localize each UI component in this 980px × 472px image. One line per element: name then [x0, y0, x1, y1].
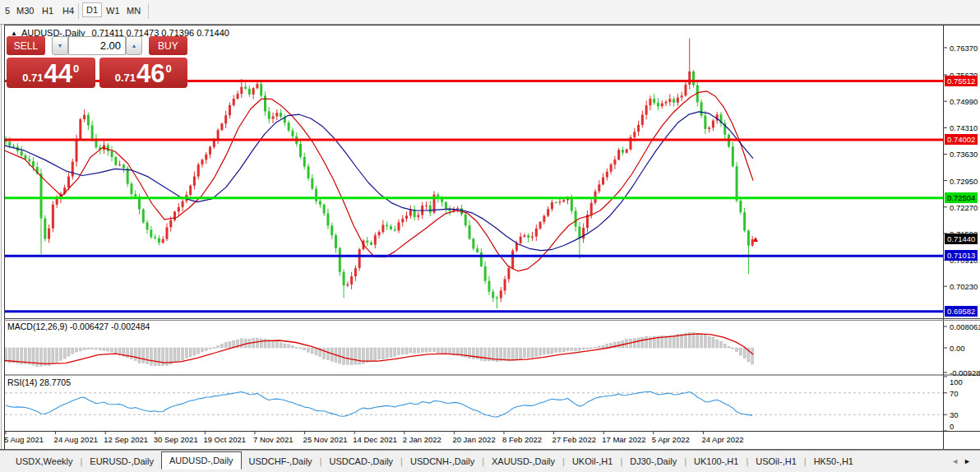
date-label: 27 Feb 2022: [552, 435, 596, 444]
toolbar-separator: [148, 3, 149, 19]
date-label: 8 Feb 2022: [502, 435, 542, 444]
hline-price-badge: 0.72504: [945, 192, 978, 203]
bid-price-prefix: 0.71: [22, 72, 43, 84]
rsi-tick-label: 0: [950, 422, 954, 431]
bid-price-digits: 44: [44, 62, 72, 86]
date-label: 30 Sep 2021: [154, 435, 198, 444]
price-tick-label: 0.72270: [950, 203, 978, 212]
timeframe-button-h4[interactable]: H4: [59, 4, 77, 17]
price-tick-label: 0.74990: [950, 97, 978, 106]
bid-price-pip: 0: [73, 62, 79, 75]
tab-usdcnh-daily[interactable]: USDCNH-,Daily: [403, 454, 482, 469]
tab-scroll-arrows: ◄►: [951, 457, 976, 465]
timeframe-button-w1[interactable]: W1: [103, 4, 123, 17]
date-label: 5 Aug 2021: [4, 435, 44, 444]
ask-price-prefix: 0.71: [115, 72, 136, 84]
tab-usdcad-daily[interactable]: USDCAD-,Daily: [321, 454, 400, 469]
buy-price-box[interactable]: 0.71 46 0: [99, 58, 188, 88]
last-price-badge: 0.71440: [945, 234, 978, 244]
rsi-tick-label: 100: [950, 377, 963, 386]
tab-hk50-h1[interactable]: HK50-,H1: [807, 454, 861, 469]
tab-eurusd-daily[interactable]: EURUSD-,Daily: [82, 454, 161, 469]
date-label: 7 Nov 2021: [253, 435, 294, 444]
price-tick-label: 0.74310: [950, 123, 978, 132]
macd-indicator-label: MACD(12,26,9) -0.006427 -0.002484: [7, 322, 150, 331]
chart-canvas[interactable]: [0, 25, 980, 450]
tab-usdchf-daily[interactable]: USDCHF-,Daily: [242, 454, 320, 469]
hline-price-badge: 0.74002: [945, 134, 978, 145]
tab-dj30-daily[interactable]: DJ30-,Daily: [622, 454, 684, 469]
volume-input[interactable]: [68, 36, 126, 55]
tab-xauusd-daily[interactable]: XAUUSD-,Daily: [484, 454, 562, 469]
rsi-tick-label: 30: [950, 410, 959, 419]
timeframe-button-d1[interactable]: D1: [82, 2, 102, 17]
price-tick-label: 0.70230: [950, 282, 978, 291]
tab-usdx-weekly[interactable]: USDX,Weekly: [8, 454, 80, 469]
spinner-up-icon: ▲: [132, 43, 137, 49]
one-click-trade-panel: SELL ▼ ▲ BUY 0.71 44 0 0.71 46 0: [7, 36, 187, 88]
hline-price-badge: 0.71013: [945, 250, 978, 261]
date-label: 14 Dec 2021: [353, 435, 397, 444]
date-label: 12 Sep 2021: [104, 435, 148, 444]
timeframe-button-h1[interactable]: H1: [39, 4, 57, 17]
chart-window[interactable]: ▲AUDUSD-,Daily0.71411 0.71473 0.71396 0.…: [0, 25, 980, 450]
date-label: 25 Nov 2021: [303, 435, 348, 444]
date-label: 17 Mar 2022: [602, 435, 645, 444]
ask-price-pip: 0: [166, 62, 172, 75]
date-label: 19 Oct 2021: [203, 435, 246, 444]
tab-uk100-h1[interactable]: UK100-,H1: [686, 454, 746, 469]
price-tick-label: 0.73630: [950, 150, 978, 159]
trading-platform-window: 5M30H1H4D1W1MN ▲AUDUSD-,Daily0.71411 0.7…: [0, 0, 980, 472]
sell-button[interactable]: SELL: [7, 36, 45, 55]
ask-price-digits: 46: [136, 62, 164, 86]
date-label: 20 Jan 2022: [452, 435, 495, 444]
tab-scroll-left-icon[interactable]: ◄: [951, 457, 964, 465]
symbol-tab-bar: USDX,Weekly|EURUSD-,DailyAUDUSD-,DailyUS…: [0, 450, 980, 472]
date-label: 24 Aug 2021: [54, 435, 98, 444]
volume-decrease-button[interactable]: ▼: [52, 36, 68, 55]
hline-price-badge: 0.69582: [945, 306, 978, 317]
macd-tick-label: 0.008061: [950, 322, 980, 331]
tab-audusd-daily[interactable]: AUDUSD-,Daily: [161, 451, 242, 470]
date-label: 2 Jan 2022: [403, 435, 441, 444]
timeframe-button-mn[interactable]: MN: [123, 4, 144, 17]
macd-tick-label: 0.00: [950, 344, 965, 353]
tab-usoil-h1[interactable]: USOil-,H1: [748, 454, 804, 469]
sell-price-box[interactable]: 0.71 44 0: [7, 58, 95, 88]
price-tick-label: 0.76370: [950, 44, 978, 53]
timeframe-button-m30[interactable]: M30: [13, 4, 37, 17]
rsi-indicator-label: RSI(14) 28.7705: [7, 377, 71, 387]
tab-scroll-right-icon[interactable]: ►: [964, 457, 976, 465]
date-label: 24 Apr 2022: [701, 435, 743, 444]
hline-price-badge: 0.75512: [945, 76, 978, 86]
tab-ukoil-h1[interactable]: UKOil-,H1: [565, 454, 621, 469]
timeframe-button-5[interactable]: 5: [2, 4, 13, 17]
volume-increase-button[interactable]: ▲: [126, 36, 142, 55]
toolbar-separator: [78, 3, 79, 19]
price-tick-label: 0.72950: [950, 177, 978, 186]
date-label: 5 Apr 2022: [652, 435, 690, 444]
macd-tick-label: -0.00928: [950, 368, 980, 377]
timeframe-toolbar: 5M30H1H4D1W1MN: [0, 0, 980, 25]
buy-button[interactable]: BUY: [149, 36, 187, 55]
spinner-down-icon: ▼: [57, 43, 62, 49]
rsi-tick-label: 70: [950, 389, 959, 398]
